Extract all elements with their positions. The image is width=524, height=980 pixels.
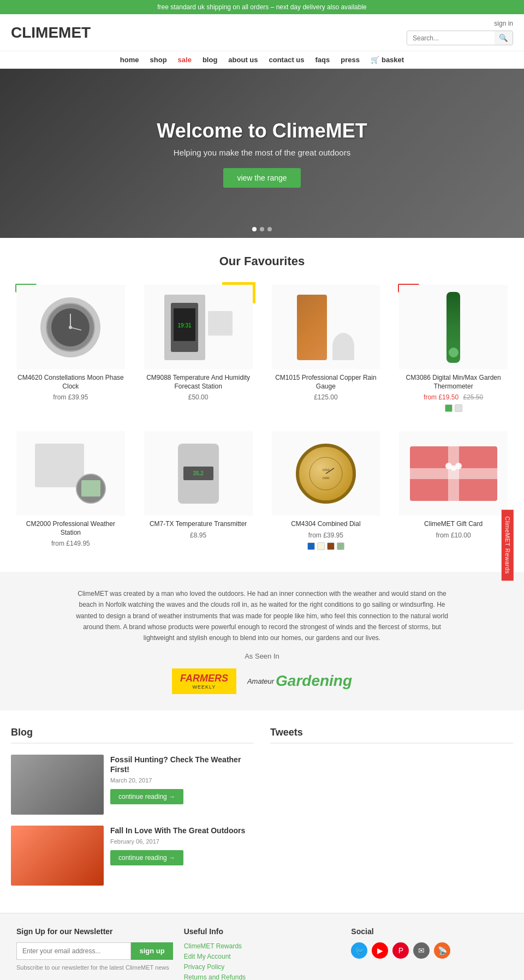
gardening-text: Gardening [276, 672, 352, 690]
banner-text: free standard uk shipping on all orders … [157, 3, 367, 11]
nav-sale[interactable]: sale [178, 56, 192, 64]
svg-text:1000: 1000 [322, 476, 330, 480]
product-price-4: from £19.50 £25.50 [399, 393, 508, 401]
nav-contact-us[interactable]: contact us [269, 56, 305, 64]
nav-basket[interactable]: 🛒 basket [371, 56, 404, 64]
amateur-text: Amateur [247, 677, 274, 685]
nav-press[interactable]: press [341, 56, 360, 64]
hero-dot-1[interactable] [252, 227, 257, 231]
signup-button[interactable]: sign up [131, 942, 172, 960]
email-form: sign up [16, 942, 173, 960]
feed-icon[interactable]: 📡 [434, 942, 450, 959]
original-price-4: £25.50 [463, 393, 483, 401]
blog-info-2: Fall In Love With The Great Outdoors Feb… [110, 826, 245, 865]
favourites-title: Our Favourites [11, 254, 513, 268]
pinterest-icon[interactable]: P [392, 942, 409, 959]
farmers-sub: WEEKLY [192, 684, 216, 690]
nav-faqs[interactable]: faqs [315, 56, 330, 64]
product-price-6: £8.95 [144, 531, 253, 539]
product-name-3: CM1015 Professional Copper Rain Gauge [272, 374, 380, 391]
svg-text:19:31: 19:31 [178, 322, 192, 328]
youtube-icon[interactable]: ▶ [372, 942, 388, 959]
search-input[interactable] [407, 32, 495, 45]
product-img-1 [16, 285, 125, 369]
link-returns[interactable]: Returns and Refunds [184, 973, 341, 980]
product-name-4: CM3086 Digital Min/Max Garden Thermomete… [399, 374, 508, 391]
as-seen-in-label: As Seen In [33, 652, 491, 660]
signup-note: Subscribe to our newsletter for the late… [16, 964, 173, 971]
nav-home[interactable]: home [120, 56, 139, 64]
color-swatches-7 [272, 542, 380, 550]
product-img-8 [399, 431, 508, 516]
blog-info-1: Fossil Hunting? Check The Weather First!… [110, 755, 254, 804]
blog-img-bikes [11, 826, 104, 886]
nav-shop[interactable]: shop [150, 56, 167, 64]
email-input[interactable] [16, 942, 131, 960]
hero-dot-3[interactable] [267, 227, 272, 231]
rewards-tab[interactable]: ClimeMET Rewards [502, 510, 514, 581]
hero-section: Welcome to ClimeMET Helping you make the… [0, 69, 524, 238]
farmers-logo[interactable]: FARMERS WEEKLY [172, 668, 236, 694]
logo-met: MET [58, 24, 91, 41]
email-icon[interactable]: ✉ [413, 942, 430, 959]
product-name-5: CM2000 Professional Weather Station [16, 520, 125, 537]
blog-img-fossil [11, 755, 104, 815]
sign-in-link[interactable]: sign in [494, 20, 513, 27]
newsletter-col: Sign Up for our Newsletter sign up Subsc… [16, 927, 173, 980]
footer-signup: Sign Up for our Newsletter sign up Subsc… [0, 913, 524, 980]
product-name-6: CM7-TX Temperature Transmitter [144, 520, 253, 529]
product-price-7: from £39.95 [272, 531, 380, 539]
top-banner: free standard uk shipping on all orders … [0, 0, 524, 14]
hero-dot-2[interactable] [260, 227, 264, 231]
product-img-4 [399, 285, 508, 369]
swatch-sage[interactable] [337, 542, 344, 550]
color-swatches-4 [399, 404, 508, 412]
about-text: ClimeMET was created by a man who loved … [71, 588, 453, 644]
product-card-6[interactable]: 35.2 CM7-TX Temperature Transmitter £8.9… [139, 426, 258, 555]
header-right: sign in 🔍 [407, 20, 513, 45]
blog-title: Blog [11, 727, 254, 744]
nav-about-us[interactable]: about us [228, 56, 258, 64]
swatch-green[interactable] [445, 404, 452, 412]
swatch-brown[interactable] [327, 542, 335, 550]
product-name-7: CM4304 Combined Dial [272, 520, 380, 529]
search-button[interactable]: 🔍 [495, 31, 513, 45]
tweets-column: Tweets [270, 727, 513, 897]
product-price-8: from £10.00 [399, 531, 508, 539]
product-card-1[interactable]: New CM4620 Constellations Moon Phase Clo… [11, 279, 130, 417]
product-card-2[interactable]: As seen in FARMERS WEEKLY 19:31 CM90 [139, 279, 258, 417]
swatch-beige[interactable] [317, 542, 325, 550]
hero-cta-button[interactable]: view the range [223, 168, 300, 188]
farmers-text: FARMERS [180, 673, 228, 684]
gardening-logo[interactable]: Amateur Gardening [247, 672, 352, 690]
link-account[interactable]: Edit My Account [184, 953, 341, 960]
link-privacy[interactable]: Privacy Policy [184, 963, 341, 971]
swatch-blue[interactable] [307, 542, 315, 550]
hero-dots [252, 227, 272, 231]
product-card-8[interactable]: ClimeMET Gift Card from £10.00 [394, 426, 513, 555]
useful-info-col: Useful Info ClimeMET Rewards Edit My Acc… [184, 927, 341, 980]
logo[interactable]: ClimeMET [11, 24, 91, 41]
product-card-7[interactable]: 1010 1000 CM4304 Combined Dial from £39.… [266, 426, 386, 555]
product-card-3[interactable]: CM1015 Professional Copper Rain Gauge £1… [266, 279, 386, 417]
blog-post-2: Fall In Love With The Great Outdoors Feb… [11, 826, 254, 886]
product-card-5[interactable]: CM2000 Professional Weather Station from… [11, 426, 130, 555]
continue-reading-btn-1[interactable]: continue reading → [110, 789, 183, 804]
media-logos: FARMERS WEEKLY Amateur Gardening [33, 668, 491, 694]
swatch-white[interactable] [455, 404, 462, 412]
product-img-2: 19:31 [144, 285, 253, 369]
blog-column: Blog Fossil Hunting? Check The Weather F… [11, 727, 254, 897]
search-bar: 🔍 [407, 31, 513, 45]
moon-clock-img [40, 297, 100, 357]
nav-blog[interactable]: blog [203, 56, 217, 64]
continue-reading-btn-2[interactable]: continue reading → [110, 850, 183, 865]
twitter-icon[interactable]: 🐦 [351, 942, 367, 959]
product-price-2: £50.00 [144, 393, 253, 401]
product-card-4[interactable]: Sale CM3086 Digital Min/Max Garden Therm… [394, 279, 513, 417]
products-grid: New CM4620 Constellations Moon Phase Clo… [11, 279, 513, 555]
useful-info-title: Useful Info [184, 927, 341, 936]
social-col: Social 🐦 ▶ P ✉ 📡 [351, 927, 508, 980]
social-title: Social [351, 927, 508, 936]
header: ClimeMET sign in 🔍 [0, 14, 524, 51]
link-rewards[interactable]: ClimeMET Rewards [184, 942, 341, 950]
